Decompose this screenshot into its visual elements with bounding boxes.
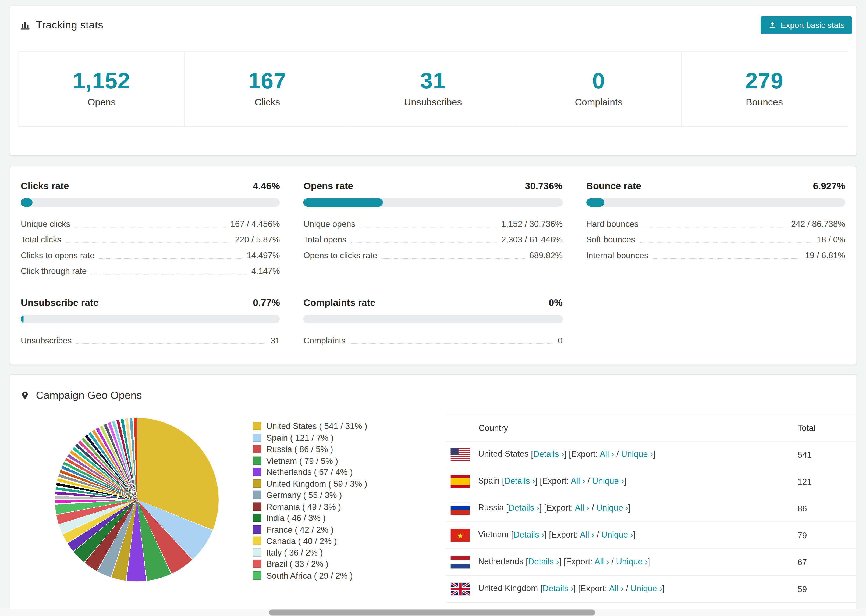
rate-row-value: 19 / 6.81% [805, 249, 845, 261]
rate-row-value: 4.147% [252, 265, 280, 277]
rate-block: Clicks rate4.46%Unique clicks167 / 4.456… [21, 181, 280, 277]
legend-swatch-icon [253, 548, 261, 556]
export-all-link[interactable]: All › [571, 476, 585, 485]
tracking-stats-header: Tracking stats Export basic stats [19, 15, 847, 35]
details-link[interactable]: Details › [528, 556, 559, 566]
bar-chart-icon [20, 20, 31, 31]
geo-opens-pie-chart[interactable] [55, 418, 219, 581]
dotted-leader [350, 344, 553, 344]
export-unique-link[interactable]: Unique › [596, 503, 628, 512]
export-basic-stats-button[interactable]: Export basic stats [760, 16, 852, 34]
legend-swatch-icon [253, 445, 261, 453]
legend-item[interactable]: Italy ( 36 / 2% ) [253, 548, 367, 556]
export-all-link[interactable]: All › [600, 449, 614, 458]
dotted-leader [639, 242, 812, 243]
export-unique-link[interactable]: Unique › [601, 530, 633, 539]
horizontal-scrollbar-thumb[interactable] [269, 610, 595, 616]
legend-label: Italy ( 36 / 2% ) [266, 548, 323, 556]
rate-row-label: Soft bounces [586, 234, 635, 246]
vn-flag-icon: ★ [451, 529, 470, 542]
table-row: Russia [Details ›] [Export: All › / Uniq… [446, 495, 857, 522]
rate-row-label: Unsubscribes [21, 334, 72, 347]
rate-row-label: Internal bounces [586, 249, 648, 261]
legend-item[interactable]: Netherlands ( 67 / 4% ) [253, 468, 367, 476]
details-link[interactable]: Details › [513, 530, 544, 539]
legend-item[interactable]: Spain ( 121 / 7% ) [253, 433, 367, 442]
table-row: Spain [Details ›] [Export: All › / Uniqu… [446, 468, 857, 495]
rate-row-value: 31 [271, 334, 280, 347]
star-icon: ★ [451, 529, 470, 542]
rate-row: Total clicks220 / 5.87% [21, 230, 280, 246]
nl-flag-icon [451, 556, 470, 569]
legend-swatch-icon [253, 559, 261, 568]
rate-block: Opens rate30.736%Unique opens1,152 / 30.… [303, 181, 563, 277]
export-unique-link[interactable]: Unique › [621, 449, 653, 458]
table-row: ★Vietnam [Details ›] [Export: All › / Un… [446, 522, 857, 548]
total-value: 59 [798, 575, 857, 602]
es-flag-icon [451, 475, 470, 488]
legend-item[interactable]: Canada ( 40 / 2% ) [253, 537, 367, 545]
export-all-link[interactable]: All › [595, 556, 609, 566]
dotted-leader [91, 274, 247, 274]
legend-label: Netherlands ( 67 / 4% ) [266, 468, 353, 476]
legend-label: United States ( 541 / 31% ) [266, 422, 367, 430]
legend-item[interactable]: Russia ( 86 / 5% ) [253, 445, 367, 453]
details-link[interactable]: Details › [509, 503, 540, 512]
export-all-link[interactable]: All › [580, 530, 594, 539]
rate-row: Internal bounces19 / 6.81% [586, 246, 845, 261]
legend-item[interactable]: Vietnam ( 79 / 5% ) [253, 456, 367, 465]
rate-value: 0% [549, 297, 563, 309]
export-unique-link[interactable]: Unique › [630, 583, 662, 593]
rate-row-value: 689.82% [529, 249, 562, 261]
stat-label: Complaints [575, 97, 622, 108]
legend-item[interactable]: Germany ( 55 / 3% ) [253, 491, 367, 499]
legend-item[interactable]: Brazil ( 33 / 2% ) [253, 559, 367, 568]
details-link[interactable]: Details › [533, 449, 564, 458]
country-name: Netherlands [478, 556, 524, 566]
legend-item[interactable]: France ( 42 / 2% ) [253, 525, 367, 533]
export-all-link[interactable]: All › [609, 583, 624, 593]
rate-title: Bounce rate [586, 181, 641, 192]
details-link[interactable]: Details › [543, 583, 574, 593]
dotted-leader [66, 242, 230, 243]
details-link[interactable]: Details › [504, 476, 535, 485]
rate-row: Opens to clicks rate689.82% [303, 246, 563, 261]
rate-row-value: 167 / 4.456% [230, 218, 280, 230]
table-row: United States [Details ›] [Export: All ›… [446, 441, 857, 468]
table-row: Netherlands [Details ›] [Export: All › /… [446, 548, 857, 575]
dotted-leader [75, 227, 226, 227]
legend-swatch-icon [253, 422, 261, 430]
legend-item[interactable]: South Africa ( 29 / 2% ) [253, 571, 367, 580]
rate-row-value: 2,303 / 61.446% [501, 234, 563, 246]
row-links: [Details ›] [Export: All › / Unique ›] [509, 530, 636, 539]
legend-swatch-icon [253, 456, 261, 465]
legend-item[interactable]: United States ( 541 / 31% ) [253, 422, 367, 430]
rate-row: Soft bounces18 / 0% [586, 230, 845, 246]
column-header-country: Country [446, 414, 798, 441]
stat-box: 0Complaints [516, 51, 682, 127]
geo-opens-header: Campaign Geo Opens [9, 375, 856, 402]
rate-row-label: Clicks to opens rate [21, 249, 94, 261]
legend-item[interactable]: India ( 46 / 3% ) [253, 514, 367, 522]
rate-row-value: 14.497% [247, 249, 280, 261]
legend-item[interactable]: Romania ( 49 / 3% ) [253, 502, 367, 511]
export-icon [768, 21, 776, 30]
export-all-link[interactable]: All › [575, 503, 589, 512]
export-label: Export: [551, 530, 578, 539]
export-unique-link[interactable]: Unique › [616, 556, 648, 566]
stat-box: 31Unsubscribes [350, 51, 516, 127]
legend-item[interactable]: United Kingdom ( 59 / 3% ) [253, 479, 367, 487]
total-value: 541 [798, 441, 857, 468]
country-name: United Kingdom [478, 583, 538, 593]
rate-row-label: Unique clicks [21, 218, 70, 230]
export-unique-link[interactable]: Unique › [592, 476, 624, 485]
export-label: Export: [546, 503, 573, 512]
legend-label: Russia ( 86 / 5% ) [266, 445, 333, 453]
horizontal-scrollbar-track[interactable] [0, 609, 866, 616]
legend-swatch-icon [253, 514, 261, 522]
rate-value: 0.77% [253, 297, 280, 309]
row-links: [Details ›] [Export: All › / Unique ›] [500, 476, 627, 485]
stat-value: 279 [745, 69, 783, 92]
rate-row-value: 0 [558, 334, 562, 347]
rate-progress-fill [586, 198, 604, 207]
